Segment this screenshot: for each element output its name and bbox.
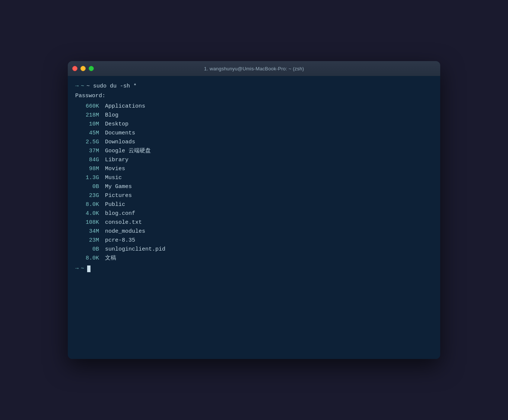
du-row: 23Mpcre-8.35 [75, 236, 433, 245]
du-size: 23M [75, 236, 105, 245]
command-text: ~ sudo du -sh * [86, 82, 137, 91]
du-row: 98MMovies [75, 165, 433, 174]
du-size: 45M [75, 129, 105, 138]
du-output: 660KApplications218MBlog10MDesktop45MDoc… [75, 102, 433, 263]
du-row: 34Mnode_modules [75, 227, 433, 236]
terminal-window: 1. wangshunyu@Umis-MacBook-Pro: ~ (zsh) … [68, 61, 440, 359]
du-row: 10MDesktop [75, 120, 433, 129]
du-row: 45MDocuments [75, 129, 433, 138]
new-prompt-tilde: ~ [81, 264, 84, 273]
du-size: 10M [75, 120, 105, 129]
du-row: 218MBlog [75, 111, 433, 120]
du-size: 8.0K [75, 200, 105, 209]
du-row: 23GPictures [75, 191, 433, 200]
du-row: 8.0K文稿 [75, 254, 433, 263]
du-row: 660KApplications [75, 102, 433, 111]
du-size: 218M [75, 111, 105, 120]
close-button[interactable] [72, 66, 77, 71]
terminal-body[interactable]: → ~ ~ sudo du -sh * Password: 660KApplic… [68, 76, 440, 359]
window-title: 1. wangshunyu@Umis-MacBook-Pro: ~ (zsh) [204, 66, 304, 71]
du-name: Movies [105, 165, 125, 174]
du-size: 4.0K [75, 209, 105, 218]
du-name: 文稿 [105, 254, 116, 263]
password-line: Password: [75, 92, 433, 101]
du-name: Music [105, 174, 122, 182]
du-size: 23G [75, 191, 105, 200]
du-row: 84GLibrary [75, 156, 433, 165]
du-name: pcre-8.35 [105, 236, 135, 245]
du-size: 37M [75, 147, 105, 156]
prompt-tilde: ~ [81, 82, 84, 91]
du-name: console.txt [105, 218, 142, 227]
du-row: 8.0KPublic [75, 200, 433, 209]
du-name: Google 云端硬盘 [105, 147, 151, 156]
cursor [87, 265, 91, 272]
du-row: 0Bsunloginclient.pid [75, 245, 433, 254]
new-prompt-line: → ~ [75, 264, 433, 273]
du-size: 108K [75, 218, 105, 227]
du-size: 660K [75, 102, 105, 111]
du-size: 98M [75, 165, 105, 174]
du-name: Applications [105, 102, 145, 111]
du-size: 2.5G [75, 138, 105, 147]
du-name: Desktop [105, 120, 128, 129]
new-prompt-arrow: → [75, 264, 79, 273]
du-name: blog.conf [105, 209, 135, 218]
du-name: My Games [105, 182, 132, 191]
du-name: node_modules [105, 227, 145, 236]
du-row: 4.0Kblog.conf [75, 209, 433, 218]
du-row: 108Kconsole.txt [75, 218, 433, 227]
maximize-button[interactable] [89, 66, 94, 71]
traffic-lights [72, 66, 94, 71]
du-row: 1.3GMusic [75, 174, 433, 182]
du-row: 37MGoogle 云端硬盘 [75, 147, 433, 156]
du-row: 2.5GDownloads [75, 138, 433, 147]
du-size: 1.3G [75, 174, 105, 182]
du-name: Pictures [105, 191, 132, 200]
du-name: Downloads [105, 138, 135, 147]
du-name: Public [105, 200, 125, 209]
du-size: 8.0K [75, 254, 105, 263]
minimize-button[interactable] [80, 66, 86, 71]
du-size: 0B [75, 182, 105, 191]
du-size: 84G [75, 156, 105, 165]
titlebar: 1. wangshunyu@Umis-MacBook-Pro: ~ (zsh) [68, 61, 440, 76]
du-name: Documents [105, 129, 135, 138]
prompt-arrow: → [75, 82, 79, 91]
du-name: sunloginclient.pid [105, 245, 165, 254]
du-name: Library [105, 156, 128, 165]
du-row: 0BMy Games [75, 182, 433, 191]
du-size: 0B [75, 245, 105, 254]
command-line: → ~ ~ sudo du -sh * [75, 82, 433, 91]
du-size: 34M [75, 227, 105, 236]
du-name: Blog [105, 111, 118, 120]
